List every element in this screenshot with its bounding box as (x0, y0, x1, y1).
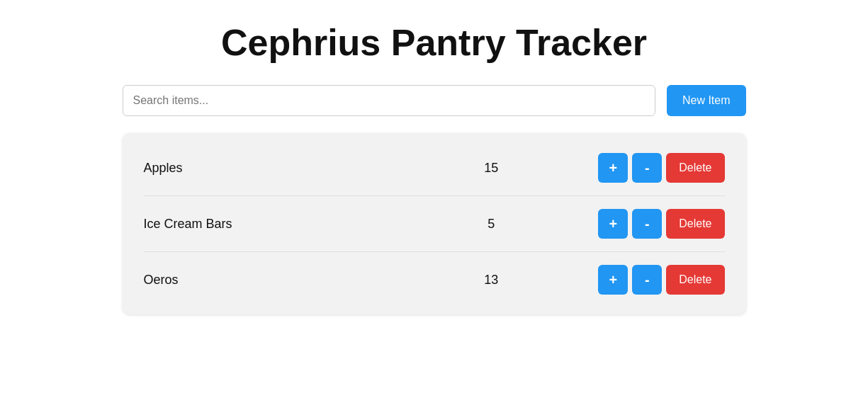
increment-button[interactable]: + (598, 209, 628, 239)
decrement-button[interactable]: - (632, 265, 662, 295)
delete-button[interactable]: Delete (666, 209, 724, 239)
new-item-button[interactable]: New Item (667, 85, 746, 116)
delete-button[interactable]: Delete (666, 265, 724, 295)
decrement-button[interactable]: - (632, 209, 662, 239)
item-quantity: 15 (385, 161, 599, 176)
table-row: Ice Cream Bars 5 + - Delete (144, 196, 725, 252)
table-row: Apples 15 + - Delete (144, 140, 725, 196)
increment-button[interactable]: + (598, 265, 628, 295)
increment-button[interactable]: + (598, 153, 628, 183)
search-input[interactable] (123, 85, 655, 116)
item-actions: + - Delete (598, 265, 724, 295)
item-actions: + - Delete (598, 153, 724, 183)
item-name: Ice Cream Bars (144, 217, 385, 232)
delete-button[interactable]: Delete (666, 153, 724, 183)
item-quantity: 5 (385, 217, 599, 232)
table-row: Oeros 13 + - Delete (144, 252, 725, 307)
pantry-list: Apples 15 + - Delete Ice Cream Bars 5 + … (123, 133, 746, 314)
item-name: Apples (144, 161, 385, 176)
toolbar: New Item (123, 85, 746, 116)
item-name: Oeros (144, 273, 385, 288)
item-actions: + - Delete (598, 209, 724, 239)
decrement-button[interactable]: - (632, 153, 662, 183)
item-quantity: 13 (385, 273, 599, 288)
page-title: Cephrius Pantry Tracker (221, 21, 647, 64)
